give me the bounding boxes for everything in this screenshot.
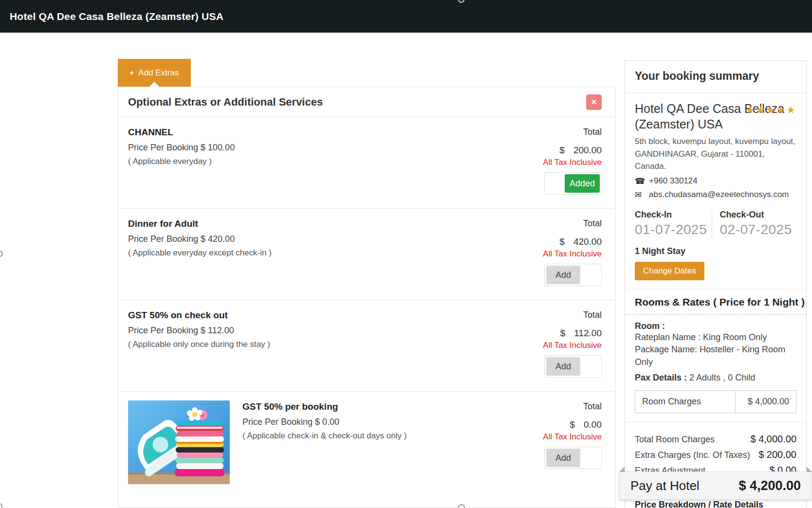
tax-note: All Tax Inclusive (485, 432, 602, 442)
envelope-icon: ✉ (635, 190, 644, 200)
extra-total-price: $0.00 (485, 419, 602, 430)
annotation-handle-bottom-center (458, 504, 465, 508)
rooms-rates-section: Rooms & Rates ( Price for 1 Night ) Room… (625, 289, 806, 422)
top-bar: Hotel QA Dee Casa Belleza (Zeamster) USA (0, 0, 812, 33)
tab-notch (149, 82, 159, 87)
total-row: Total Room Charges $ 4,000.00 (635, 434, 796, 445)
extra-row-gst-booking: GST 50% per booking Price Per Booking $ … (118, 392, 615, 508)
check-out-label: Check-Out (720, 210, 797, 220)
tab-add-extras[interactable]: + Add Extras (118, 59, 191, 87)
booking-summary-panel: Your booking summary Hotel QA Dee Casa B… (625, 60, 807, 508)
add-button[interactable]: Add (546, 449, 580, 467)
currency-sign: $ (560, 328, 566, 338)
extra-total-value: 112.00 (574, 328, 602, 338)
total-row-label: Total Room Charges (635, 435, 715, 445)
booking-summary-title: Your booking summary (635, 68, 796, 84)
extra-total-price: $200.00 (485, 145, 602, 156)
extra-row-gst-checkout: GST 50% on check out Price Per Booking $… (118, 300, 615, 392)
add-toggle[interactable]: Add (544, 447, 602, 469)
check-in-date: 01-07-2025 (635, 222, 712, 237)
optional-extras-header: Optional Extras or Additional Services ✕ (118, 87, 615, 117)
phone-icon: ☎ (635, 176, 644, 186)
annotation-handle-left (0, 251, 3, 257)
pay-at-hotel-bar: Pay at Hotel $ 4,200.00 (619, 472, 812, 500)
check-out-date: 02-07-2025 (720, 222, 797, 237)
ribbon-fold-right (807, 467, 812, 472)
add-toggle[interactable]: Add (544, 355, 602, 378)
tab-add-extras-label: Add Extras (138, 68, 179, 78)
extra-total-value: 0.00 (584, 419, 602, 430)
check-in-label: Check-In (635, 210, 712, 220)
total-label: Total (485, 218, 602, 229)
currency-sign: $ (570, 419, 575, 430)
pax-label: Pax Details : (635, 373, 687, 382)
extra-name: Dinner for Adult (128, 218, 485, 229)
page-title: Hotel QA Dee Casa Belleza (Zeamster) USA (10, 0, 223, 33)
total-label: Total (485, 401, 602, 412)
stay-dates: Check-In 01-07-2025 Check-Out 02-07-2025 (635, 210, 796, 237)
hotel-name: Hotel QA Dee Casa Belleza (Zeamster) USA… (635, 101, 796, 132)
booking-summary-header: Your booking summary (625, 61, 806, 92)
check-in-column: Check-In 01-07-2025 (635, 210, 712, 237)
hotel-email-row: ✉ abs.chudasama@ezeetechnosys.com (635, 190, 796, 200)
price-breakdown-link[interactable]: Price Breakdown / Rate Details (635, 500, 763, 508)
check-out-column: Check-Out 02-07-2025 (712, 210, 797, 237)
hotel-phone-row: ☎ +960 330124 (635, 176, 796, 186)
added-toggle[interactable]: Added (544, 172, 602, 195)
package-line: Package Name: Hosteller - King Room Only (635, 344, 796, 368)
add-toggle[interactable]: Add (544, 264, 602, 286)
room-charges-value: $ 4,000.00 (735, 391, 796, 413)
extra-name: GST 50% per booking (242, 401, 485, 412)
rateplan-line: Rateplan Name : King Room Only (635, 331, 796, 344)
extra-total-value: 420.00 (573, 236, 602, 247)
hotel-phone: +960 330124 (649, 176, 698, 186)
pax-details: Pax Details : 2 Adults , 0 Child (635, 373, 796, 383)
tax-note: All Tax Inclusive (485, 249, 602, 259)
optional-extras-panel: Optional Extras or Additional Services ✕… (118, 87, 616, 508)
annotation-handle-top (458, 0, 464, 3)
hotel-email: abs.chudasama@ezeetechnosys.com (649, 190, 789, 200)
extra-row-channel: CHANNEL Price Per Booking $ 100.00 ( App… (118, 117, 615, 209)
hotel-info-section: Hotel QA Dee Casa Belleza (Zeamster) USA… (625, 92, 806, 289)
extra-total-value: 200.00 (573, 145, 602, 155)
extra-applicability: ( Applicable only once during the stay ) (128, 340, 485, 349)
extra-image-iron-towels (128, 400, 230, 484)
total-label: Total (485, 127, 602, 137)
rooms-rates-title: Rooms & Rates ( Price for 1 Night ) (625, 296, 806, 315)
change-dates-button[interactable]: Change Dates (635, 262, 704, 280)
star-rating-icons: ★★★★★ (746, 104, 796, 117)
extra-price-line: Price Per Booking $ 112.00 (128, 326, 485, 336)
currency-sign: $ (559, 145, 565, 155)
add-button[interactable]: Add (546, 357, 580, 376)
total-row-value: $ 4,000.00 (750, 434, 796, 445)
hotel-address: 5th block, kuvempu layout, kuvempu layou… (635, 135, 796, 173)
pay-at-hotel-amount: $ 4,200.00 (738, 478, 801, 493)
add-button[interactable]: Add (546, 266, 580, 284)
extra-price-line: Price Per Booking $ 420.00 (128, 234, 485, 244)
extra-total-price: $112.00 (485, 328, 602, 339)
room-label: Room : (635, 321, 796, 331)
extra-applicability: ( Applicable everyday except check-in ) (128, 248, 485, 258)
annotation-handle-bottom-left (0, 503, 2, 508)
extra-name: GST 50% on check out (128, 310, 485, 321)
extra-row-dinner: Dinner for Adult Price Per Booking $ 420… (118, 209, 615, 300)
close-icon[interactable]: ✕ (586, 94, 602, 110)
pay-at-hotel-label: Pay at Hotel (630, 478, 700, 493)
booking-engine-page: Hotel QA Dee Casa Belleza (Zeamster) USA… (0, 0, 812, 508)
total-label: Total (485, 310, 602, 320)
stay-length: 1 Night Stay (635, 246, 796, 256)
extra-name: CHANNEL (128, 127, 485, 138)
extra-applicability: ( Applicable check-in & check-out days o… (242, 431, 485, 441)
added-button[interactable]: Added (565, 174, 600, 193)
total-row: Extra Charges (Inc. Of Taxes) $ 200.00 (635, 449, 796, 460)
ribbon-fold-left (619, 467, 625, 472)
tax-note: All Tax Inclusive (485, 158, 602, 167)
room-charges-table: Room Charges $ 4,000.00 (635, 390, 796, 413)
pax-value: 2 Adults , 0 Child (689, 373, 755, 382)
extra-applicability: ( Applicable everyday ) (128, 157, 485, 166)
currency-sign: $ (559, 236, 565, 247)
extra-total-price: $420.00 (485, 236, 602, 247)
room-charges-label: Room Charges (635, 391, 735, 413)
extra-price-line: Price Per Booking $ 100.00 (128, 143, 485, 153)
tax-note: All Tax Inclusive (485, 341, 602, 350)
